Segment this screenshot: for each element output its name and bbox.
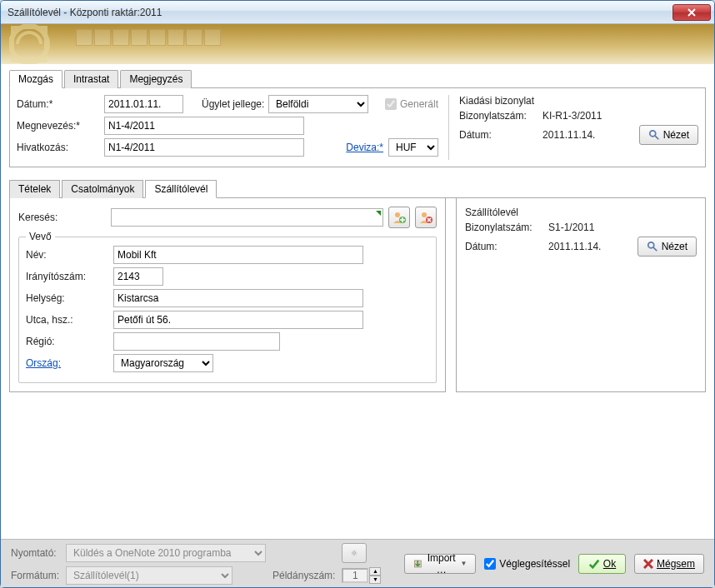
content-area: Mozgás Intrastat Megjegyzés Dátum:* Ügyl…	[1, 64, 714, 506]
person-remove-icon	[419, 211, 432, 224]
tab-megjegyzes[interactable]: Megjegyzés	[120, 70, 192, 88]
search-icon	[648, 129, 660, 141]
hivatkozas-label: Hivatkozás:	[17, 142, 104, 153]
deviza-link[interactable]: Deviza:*	[346, 142, 383, 153]
irsz-input[interactable]	[113, 267, 163, 286]
bottom-bar: Nyomtató: Küldés a OneNote 2010 programb…	[1, 539, 714, 587]
orszag-select[interactable]: Magyarország	[113, 354, 213, 372]
kiadasi-nezet-button[interactable]: Nézet	[639, 125, 698, 145]
utca-label: Utca, hsz.:	[26, 314, 113, 326]
kiadasi-datum: 2011.11.14.	[542, 129, 639, 141]
generalt-checkbox	[385, 98, 397, 110]
peldany-spinner: ▲▼	[342, 567, 381, 584]
svg-point-7	[648, 242, 653, 248]
ok-label: Ok	[603, 558, 616, 570]
szallito-szam: S1-1/2011	[548, 222, 594, 233]
subtab-tetelek[interactable]: Tételek	[9, 180, 60, 198]
datum-label: Dátum:*	[17, 98, 104, 110]
vegleg-wrap[interactable]: Véglegesítéssel	[484, 558, 570, 570]
person-add-icon	[392, 211, 406, 224]
irsz-label: Irányítószám:	[26, 271, 113, 282]
datum-input[interactable]	[104, 95, 183, 113]
formatum-select: Szállítólevél(1)	[66, 566, 232, 585]
cancel-icon	[643, 559, 653, 569]
svg-point-2	[649, 131, 655, 137]
szallitolevel-panel: Keresés: Vevő Név: Irányítószám: H	[9, 198, 446, 392]
banner	[1, 24, 714, 64]
peldany-input	[342, 568, 368, 583]
megnevezes-label: Megnevezés:*	[17, 120, 104, 132]
szallito-title: Szállítólevél	[465, 207, 697, 218]
svg-point-3	[395, 212, 400, 217]
utca-input[interactable]	[113, 311, 363, 329]
subtab-csatolmanyok[interactable]: Csatolmányok	[62, 180, 143, 198]
kiadasi-szam-label: Bizonylatszám:	[459, 110, 542, 122]
gear-icon	[351, 547, 358, 559]
ugylet-select[interactable]: Belföldi	[268, 95, 368, 113]
sub-tabs: Tételek Csatolmányok Szállítólevél	[9, 179, 706, 198]
szallito-nezet-label: Nézet	[662, 241, 688, 252]
kiadasi-datum-label: Dátum:	[459, 129, 542, 141]
orszag-link[interactable]: Ország:	[26, 357, 113, 369]
peldany-label: Példányszám:	[272, 570, 335, 581]
main-tabs: Mozgás Intrastat Megjegyzés	[9, 69, 706, 88]
szallito-nezet-button[interactable]: Nézet	[638, 237, 697, 257]
import-label: Import …	[426, 552, 457, 576]
kiadasi-szam: KI-R1-3/2011	[542, 110, 602, 122]
kereses-label: Keresés:	[18, 212, 106, 223]
spin-down: ▼	[369, 576, 381, 584]
mozgas-panel: Dátum:* Ügylet jellege: Belföldi Generál…	[9, 88, 706, 167]
szallito-szam-label: Bizonylatszám:	[465, 222, 548, 233]
hivatkozas-input[interactable]	[104, 138, 304, 157]
kiadasi-nezet-label: Nézet	[663, 129, 689, 141]
vegleg-checkbox[interactable]	[484, 558, 496, 570]
nyomtato-select: Küldés a OneNote 2010 programba	[66, 544, 266, 562]
window-title: Szállítólevél - Központi raktár:2011	[1, 7, 162, 18]
generalt-label: Generált	[400, 98, 438, 110]
formatum-label: Formátum:	[11, 570, 59, 581]
deviza-select[interactable]: HUF	[388, 138, 438, 157]
subtab-szallitolevel[interactable]: Szállítólevél	[145, 180, 217, 198]
vevo-legend: Vevő	[26, 231, 55, 242]
titlebar: Szállítólevél - Központi raktár:2011	[1, 1, 714, 24]
kiadasi-title: Kiadási bizonylat	[459, 95, 698, 107]
svg-point-5	[422, 212, 427, 217]
helyseg-input[interactable]	[113, 289, 363, 307]
regio-input[interactable]	[113, 332, 280, 351]
ugylet-label: Ügylet jellege:	[202, 98, 268, 110]
close-button[interactable]	[672, 4, 711, 21]
nyomtato-label: Nyomtató:	[11, 547, 59, 559]
vevo-fieldset: Vevő Név: Irányítószám: Helység: Utca, h…	[18, 237, 437, 383]
regio-label: Régió:	[26, 336, 113, 347]
vegleg-label: Véglegesítéssel	[499, 558, 570, 570]
search-icon	[647, 241, 658, 252]
add-partner-button[interactable]	[388, 207, 410, 228]
szallitolevel-info-panel: Szállítólevél Bizonylatszám: S1-1/2011 D…	[456, 198, 706, 392]
remove-partner-button[interactable]	[415, 207, 437, 228]
printer-settings-button	[342, 543, 367, 563]
chevron-down-icon: ▼	[460, 560, 467, 567]
kereses-input[interactable]	[111, 208, 383, 227]
nev-label: Név:	[26, 249, 113, 261]
cancel-button[interactable]: Mégsem	[634, 554, 704, 574]
close-icon	[688, 8, 696, 17]
app-window: Szállítólevél - Központi raktár:2011 Moz…	[0, 0, 715, 588]
szallito-datum-label: Dátum:	[465, 241, 548, 252]
nev-input[interactable]	[113, 246, 363, 264]
tab-intrastat[interactable]: Intrastat	[64, 70, 118, 88]
check-icon	[588, 558, 600, 570]
szallito-datum: 2011.11.14.	[548, 241, 638, 252]
helyseg-label: Helység:	[26, 292, 113, 304]
import-icon	[413, 558, 422, 570]
svg-point-8	[353, 551, 356, 554]
tab-mozgas[interactable]: Mozgás	[9, 70, 62, 88]
megnevezes-input[interactable]	[104, 117, 304, 135]
ok-button[interactable]: Ok	[578, 554, 626, 574]
import-button[interactable]: Import … ▼	[404, 554, 476, 574]
cancel-label: Mégsem	[657, 558, 695, 570]
spin-up: ▲	[369, 567, 381, 576]
